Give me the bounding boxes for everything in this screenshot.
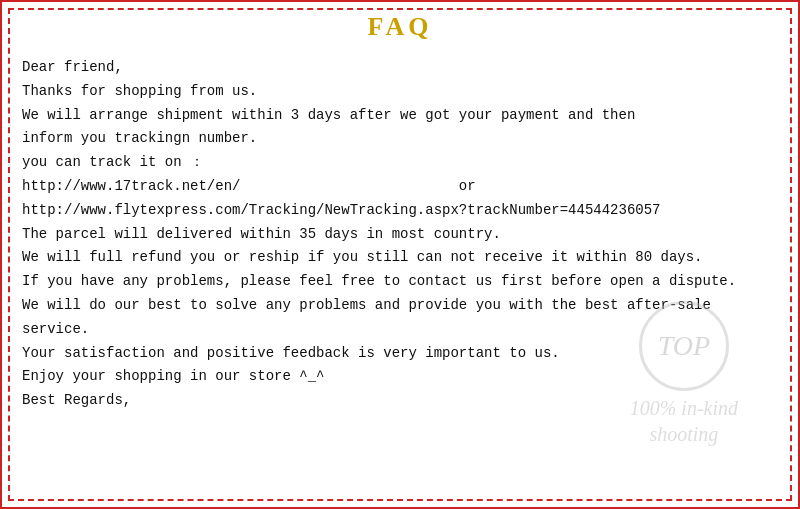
content-line: The parcel will delivered within 35 days… [22, 223, 778, 247]
content-line: Thanks for shopping from us. [22, 80, 778, 104]
content-line: Best Regards, [22, 389, 778, 413]
content-line: Dear friend, [22, 56, 778, 80]
content-line: Enjoy your shopping in our store ^_^ [22, 365, 778, 389]
content-line: Your satisfaction and positive feedback … [22, 342, 778, 366]
faq-content: Dear friend,Thanks for shopping from us.… [2, 48, 798, 423]
faq-title: FAQ [368, 12, 433, 41]
content-line: We will full refund you or reship if you… [22, 246, 778, 270]
watermark-line2: shooting [649, 423, 718, 445]
content-line: inform you trackingn number. [22, 127, 778, 151]
content-line: you can track it on ： [22, 151, 778, 175]
content-line: If you have any problems, please feel fr… [22, 270, 778, 294]
content-line: We will arrange shipment within 3 days a… [22, 104, 778, 128]
header: FAQ [2, 2, 798, 48]
content-line: service. [22, 318, 778, 342]
content-line: http://www.17track.net/en/ or [22, 175, 778, 199]
content-line: We will do our best to solve any problem… [22, 294, 778, 318]
page-wrapper: FAQ Dear friend,Thanks for shopping from… [0, 0, 800, 509]
content-line: http://www.flytexpress.com/Tracking/NewT… [22, 199, 778, 223]
